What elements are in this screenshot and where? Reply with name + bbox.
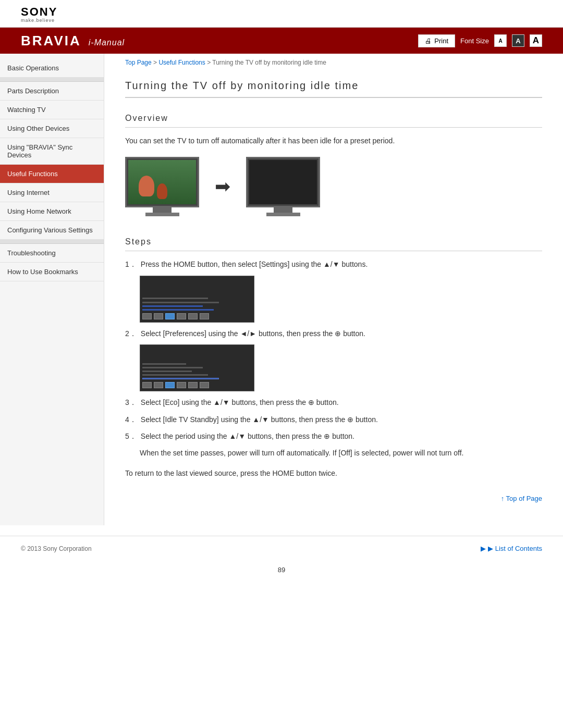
breadcrumb-useful-functions[interactable]: Useful Functions — [158, 59, 205, 66]
top-bar: SONY make.believe — [0, 0, 563, 28]
sidebar-item-parts-description[interactable]: Parts Description — [0, 82, 104, 101]
step-5-num: 5． — [125, 430, 137, 442]
nav-controls: 🖨 Print Font Size A A A — [418, 34, 542, 47]
steps-header: Steps — [125, 232, 542, 251]
tv-off-stand — [274, 207, 292, 213]
step-5-text: Select the period using the ▲/▼ buttons,… — [141, 430, 542, 442]
sidebar-item-troubleshooting[interactable]: Troubleshooting — [0, 244, 104, 263]
sidebar-divider-1 — [0, 78, 104, 82]
nav-bar: BRAVIA i-Manual 🖨 Print Font Size A A A — [0, 28, 563, 54]
font-small-button[interactable]: A — [494, 34, 507, 47]
main-layout: Basic Operations Parts Description Watch… — [0, 54, 563, 525]
tv-off-body — [246, 157, 320, 207]
icon2-4 — [177, 382, 186, 388]
icon-6 — [200, 313, 209, 319]
sidebar-item-using-internet[interactable]: Using Internet — [0, 183, 104, 202]
step-1-icons — [142, 313, 252, 320]
step-2-screen — [140, 344, 254, 391]
step-5-note: When the set time passes, power will tur… — [140, 447, 542, 459]
step-5: 5． Select the period using the ▲/▼ butto… — [125, 430, 542, 442]
icon-5 — [188, 313, 198, 319]
overview-header: Overview — [125, 108, 542, 128]
step-2-screenshot — [140, 344, 542, 391]
tv-screen-off — [249, 160, 317, 204]
icon2-1 — [142, 382, 152, 388]
step-2: 2． Select [Preferences] using the ◄/► bu… — [125, 328, 542, 339]
right-arrow-icon: ▶ — [481, 545, 495, 552]
step-1-screenshot — [140, 276, 542, 323]
list-of-contents-label: List of Contents — [495, 545, 542, 552]
font-size-label: Font Size — [460, 37, 489, 45]
sidebar-item-how-to-bookmarks[interactable]: How to Use Bookmarks — [0, 263, 104, 281]
icon-2 — [154, 313, 163, 319]
overview-text: You can set the TV to turn off automatic… — [125, 135, 542, 146]
step-1-text: Press the HOME button, then select [Sett… — [141, 258, 542, 270]
step-4-num: 4． — [125, 414, 137, 425]
breadcrumb-current: Turning the TV off by monitoring idle ti… — [212, 59, 326, 66]
font-large-button[interactable]: A — [530, 34, 542, 47]
breadcrumb-sep-2: > — [207, 59, 212, 66]
step-3-text: Select [Eco] using the ▲/▼ buttons, then… — [141, 397, 542, 408]
step-1-num: 1． — [125, 258, 137, 270]
breadcrumb: Top Page > Useful Functions > Turning th… — [125, 54, 542, 71]
sidebar-item-using-other-devices[interactable]: Using Other Devices — [0, 119, 104, 138]
overview-images: ➡ — [125, 157, 542, 216]
content-area: Top Page > Useful Functions > Turning th… — [104, 54, 563, 525]
footer-links: Top of Page — [125, 495, 542, 502]
tv-off-base — [266, 213, 300, 216]
tv-on-base — [145, 213, 179, 216]
tv-on-image — [125, 157, 199, 216]
icon-1 — [142, 313, 152, 319]
icon2-6 — [200, 382, 209, 388]
up-arrow-icon — [501, 495, 506, 502]
copyright-text: © 2013 Sony Corporation — [21, 545, 92, 552]
top-of-page-link[interactable]: Top of Page — [501, 495, 542, 502]
tv-off-image — [246, 157, 320, 216]
step-3: 3． Select [Eco] using the ▲/▼ buttons, t… — [125, 397, 542, 408]
icon-4 — [177, 313, 186, 319]
step-2-text: Select [Preferences] using the ◄/► butto… — [141, 328, 542, 339]
sidebar-item-using-bravia-sync[interactable]: Using "BRAVIA" Sync Devices — [0, 138, 104, 165]
icon2-2 — [154, 382, 163, 388]
page-footer: © 2013 Sony Corporation ▶ List of Conten… — [0, 536, 563, 561]
breadcrumb-top-page[interactable]: Top Page — [125, 59, 152, 66]
step-1-screen — [140, 276, 254, 323]
sidebar-item-configuring-settings[interactable]: Configuring Various Settings — [0, 221, 104, 240]
transition-arrow: ➡ — [215, 176, 230, 198]
breadcrumb-sep-1: > — [153, 59, 158, 66]
icon2-3-selected — [165, 382, 175, 388]
print-label: Print — [434, 37, 448, 45]
top-of-page-link-container: Top of Page — [125, 495, 542, 502]
step-4: 4． Select [Idle TV Standby] using the ▲/… — [125, 414, 542, 425]
page-number: 89 — [0, 561, 563, 579]
return-text: To return to the last viewed source, pre… — [125, 467, 542, 479]
font-medium-button[interactable]: A — [512, 34, 524, 47]
bravia-logo: BRAVIA — [21, 33, 81, 49]
print-icon: 🖨 — [425, 37, 432, 45]
step-2-num: 2． — [125, 328, 137, 339]
sidebar-divider-2 — [0, 240, 104, 244]
print-button[interactable]: 🖨 Print — [418, 34, 455, 47]
top-of-page-label: Top of Page — [506, 495, 542, 502]
sidebar-item-basic-operations[interactable]: Basic Operations — [0, 59, 104, 78]
sidebar: Basic Operations Parts Description Watch… — [0, 54, 104, 525]
sidebar-item-watching-tv[interactable]: Watching TV — [0, 101, 104, 119]
icon2-5 — [188, 382, 198, 388]
bravia-title: BRAVIA i-Manual — [21, 33, 125, 49]
list-of-contents-link[interactable]: ▶ List of Contents — [481, 545, 542, 552]
sidebar-item-using-home-network[interactable]: Using Home Network — [0, 202, 104, 221]
step-1: 1． Press the HOME button, then select [S… — [125, 258, 542, 270]
tv-on-body — [125, 157, 199, 207]
step-3-num: 3． — [125, 397, 137, 408]
page-title: Turning the TV off by monitoring idle ti… — [125, 71, 542, 98]
imanual-label: i-Manual — [89, 38, 125, 47]
tv-screen-playing — [128, 160, 196, 204]
tv-on-stand — [153, 207, 172, 213]
sidebar-item-useful-functions[interactable]: Useful Functions — [0, 165, 104, 183]
step-4-text: Select [Idle TV Standby] using the ▲/▼ b… — [141, 414, 542, 425]
step-2-icons — [142, 381, 252, 389]
sony-logo: SONY make.believe — [21, 6, 542, 23]
icon-3-selected — [165, 313, 175, 319]
